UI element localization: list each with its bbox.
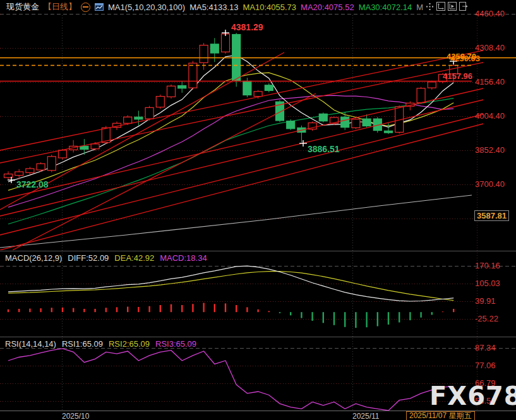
ma5-value: MA5:4133.13 bbox=[189, 3, 238, 12]
y-axis-tick: 4308.40 bbox=[475, 43, 505, 52]
y-axis-tick: 170.16 bbox=[475, 261, 500, 270]
y-axis-tick: 87.34 bbox=[475, 343, 496, 352]
ma-lines-layer bbox=[8, 55, 453, 224]
price-tag: 4230.03 bbox=[450, 54, 480, 63]
symbol-name: 现货黄金 bbox=[6, 1, 39, 13]
y-axis-tick: 4156.40 bbox=[475, 77, 505, 87]
dea-line bbox=[8, 272, 453, 301]
month-label: 2025/11 bbox=[352, 412, 380, 420]
current-date-label: 2025/11/07 星期五 bbox=[406, 411, 475, 420]
price-tag: 3587.81 bbox=[474, 210, 509, 221]
ma10-value: MA10:4055.73 bbox=[243, 3, 296, 12]
y-axis-tick: 3852.40 bbox=[475, 145, 505, 155]
main-price-panel bbox=[0, 32, 483, 250]
rsi-params: RSI(14,14,14) bbox=[5, 339, 56, 349]
rsi-legend: RSI(14,14,14) RSI1:65.09 RSI2:65.09 RSI3… bbox=[5, 339, 196, 349]
chart-canvas[interactable] bbox=[0, 0, 516, 420]
macd-dea-value: DEA:42.92 bbox=[114, 253, 154, 263]
macd-diff-value: DIFF:52.09 bbox=[68, 253, 109, 263]
y-axis-tick: 77.06 bbox=[475, 361, 496, 370]
rsi2-value: RSI2:65.09 bbox=[109, 339, 150, 349]
ma100-line bbox=[0, 195, 472, 248]
y-axis-tick: 4004.40 bbox=[475, 111, 505, 121]
crosshair-icon[interactable] bbox=[425, 2, 434, 11]
macd-panel bbox=[8, 266, 453, 328]
rsi1-value: RSI1:65.09 bbox=[62, 339, 103, 349]
macd-params: MACD(26,12,9) bbox=[5, 253, 62, 263]
collapse-icon[interactable] bbox=[81, 3, 90, 12]
indicator-axis-icon[interactable] bbox=[436, 2, 445, 11]
macd-legend: MACD(26,12,9) DIFF:52.09 DEA:42.92 MACD:… bbox=[5, 253, 207, 263]
watermark-logo: FX678 bbox=[429, 381, 516, 411]
y-axis-tick: -25.22 bbox=[475, 314, 498, 323]
panel-separators bbox=[0, 251, 516, 337]
y-axis-tick: 105.03 bbox=[475, 279, 500, 288]
month-label: 2025/10 bbox=[62, 412, 89, 420]
date-axis: 2025/102025/11 2025/11/07 星期五 bbox=[0, 411, 516, 420]
swing-price-annotation: 3886.51 bbox=[308, 144, 340, 154]
chart-type-icon[interactable] bbox=[95, 3, 104, 11]
macd-macd-value: MACD:18.34 bbox=[160, 253, 207, 263]
chart-play-icon[interactable] bbox=[448, 2, 457, 11]
rsi3-value: RSI3:65.09 bbox=[155, 339, 196, 349]
y-axis-tick: 3700.40 bbox=[475, 179, 505, 189]
y-axis-tick: 39.91 bbox=[475, 296, 496, 306]
trading-chart-app: 现货黄金 【日线】 MA1(5,10,20,30,100) MA5:4133.1… bbox=[0, 0, 516, 420]
ma100-partial-label: M bbox=[416, 3, 423, 12]
detach-window-icon[interactable] bbox=[459, 2, 468, 11]
ma-settings-label: MA1(5,10,20,30,100) bbox=[108, 3, 185, 12]
ma20-line bbox=[8, 95, 453, 207]
trendlines-layer bbox=[0, 51, 483, 250]
price-tag: 4157.96 bbox=[443, 71, 472, 81]
ma20-value: MA20:4075.52 bbox=[301, 3, 354, 12]
chart-toolbar bbox=[425, 2, 468, 11]
ma5-line bbox=[8, 55, 453, 182]
ma30-value: MA30:4072.14 bbox=[359, 3, 412, 12]
swing-price-annotation: 3722.08 bbox=[16, 179, 49, 189]
swing-price-annotation: 4381.29 bbox=[231, 22, 263, 32]
period-label: 【日线】 bbox=[44, 1, 76, 13]
